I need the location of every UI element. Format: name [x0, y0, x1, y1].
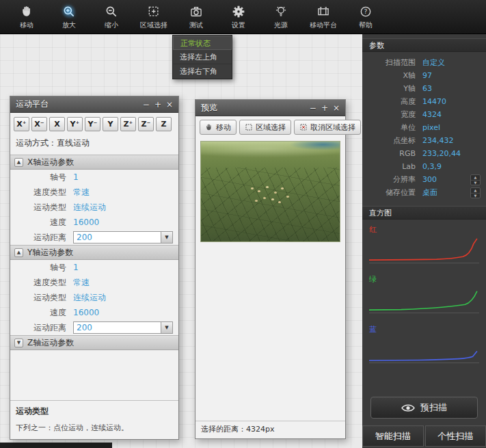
zoom-out-icon: [104, 4, 119, 19]
axis-x-minus-button[interactable]: X⁻: [31, 117, 47, 131]
param-row: 速度 16000: [10, 215, 178, 230]
maximize-button[interactable]: +: [321, 104, 328, 112]
motion-window-footer: 运动类型 下列之一：点位运动，连续运动。: [10, 400, 178, 439]
axis-x-button[interactable]: X: [49, 117, 65, 131]
collapse-icon[interactable]: ▲: [14, 248, 23, 257]
param-value[interactable]: 自定义: [422, 57, 481, 68]
stepper-down-icon[interactable]: ▼: [471, 194, 480, 198]
preview-cancel-region-button[interactable]: 取消区域选择: [294, 120, 361, 135]
menu-item-select-bottom-right[interactable]: 选择右下角: [173, 64, 232, 79]
bottom-scrollbar[interactable]: [0, 443, 112, 448]
toolbar-move-button[interactable]: 移动: [11, 4, 42, 30]
param-row-height: 高度 14470: [362, 95, 486, 108]
y-distance-dropdown[interactable]: 200 ▼: [73, 321, 173, 334]
histogram-blue-label: 蓝: [369, 324, 479, 334]
smart-scan-button[interactable]: 智能扫描: [362, 425, 424, 447]
stepper-down-icon[interactable]: ▼: [471, 181, 480, 185]
param-row: 速度类型 常速: [10, 275, 178, 290]
param-value: 233,20,44: [422, 149, 481, 158]
param-row-rgb: RGB 233,20,44: [362, 147, 486, 160]
histogram-blue-curve: [369, 351, 477, 360]
stepper-up-icon[interactable]: ▲: [471, 188, 480, 194]
param-row-x-axis: X轴 97: [362, 69, 486, 82]
maximize-button[interactable]: +: [154, 101, 161, 109]
row-label: 速度: [10, 217, 66, 228]
axis-z-minus-button[interactable]: Z⁻: [138, 117, 154, 131]
close-button[interactable]: ×: [333, 104, 340, 112]
resolution-stepper[interactable]: ▲ ▼: [470, 174, 481, 185]
toolbar-zoom-out-button[interactable]: 缩小: [96, 4, 127, 30]
preview-region-select-button[interactable]: 区域选择: [239, 120, 291, 135]
toolbar-region-select-button[interactable]: 区域选择: [138, 4, 170, 30]
row-label: 轴号: [10, 262, 66, 274]
histogram-blue-channel: 蓝: [369, 324, 479, 363]
param-label: 宽度: [362, 109, 416, 120]
toolbar-light-button[interactable]: 光源: [265, 4, 297, 30]
toolbar-help-button[interactable]: ? 帮助: [350, 4, 381, 30]
param-value[interactable]: 14470: [422, 97, 481, 106]
toolbar-settings-button[interactable]: 设置: [223, 4, 254, 30]
menu-item-select-top-left[interactable]: 选择左上角: [173, 50, 232, 64]
param-row: 运动类型 连续运动: [10, 290, 178, 305]
prescan-button[interactable]: 预扫描: [370, 397, 478, 419]
minimize-button[interactable]: −: [310, 104, 316, 112]
stepper-up-icon[interactable]: ▲: [471, 175, 480, 181]
x-distance-dropdown[interactable]: 200 ▼: [73, 231, 173, 243]
toolbar-label: 区域选择: [140, 21, 167, 30]
motion-platform-window: 运动平台 − + × X⁺ X⁻ X Y⁺ Y⁻ Y Z⁺ Z⁻ Z 运动方式：…: [10, 96, 179, 440]
dropdown-arrow-icon[interactable]: ▼: [161, 232, 172, 243]
section-header-z-axis[interactable]: ▼ Z轴运动参数: [10, 335, 178, 350]
param-row-scan-range: 扫描范围 自定义: [362, 56, 486, 69]
axis-y-button[interactable]: Y: [103, 117, 118, 131]
preview-window-titlebar[interactable]: 预览 − + ×: [195, 100, 345, 116]
axis-y-plus-button[interactable]: Y⁺: [67, 117, 83, 131]
motion-window-titlebar[interactable]: 运动平台 − + ×: [10, 96, 178, 113]
param-label: 点坐标: [362, 135, 416, 146]
param-value[interactable]: pixel: [422, 123, 481, 132]
param-value[interactable]: 300: [422, 175, 470, 184]
preview-image-cracks: [201, 168, 340, 241]
axis-x-plus-button[interactable]: X⁺: [14, 117, 29, 131]
param-value[interactable]: 97: [422, 71, 481, 80]
row-value: 连续运动: [73, 202, 106, 213]
param-label: X轴: [362, 70, 416, 81]
scan-buttons-row: 智能扫描 个性扫描: [362, 425, 486, 447]
param-value: 234,432: [422, 136, 481, 145]
row-value: 16000: [73, 308, 99, 317]
section-header-y-axis[interactable]: ▲ Y轴运动参数: [10, 245, 178, 260]
param-value[interactable]: 4324: [422, 110, 481, 119]
param-value[interactable]: 桌面: [422, 187, 470, 198]
axis-y-minus-button[interactable]: Y⁻: [85, 117, 100, 131]
collapse-icon[interactable]: ▲: [14, 158, 23, 167]
camera-icon: [189, 4, 204, 19]
custom-scan-button[interactable]: 个性扫描: [425, 425, 486, 447]
expand-icon[interactable]: ▼: [14, 339, 23, 347]
histogram-header: 直方图: [362, 206, 486, 220]
preview-window: 预览 − + × 移动 区域选择: [195, 99, 346, 439]
param-row: 轴号 1: [10, 170, 178, 185]
close-button[interactable]: ×: [166, 101, 173, 109]
axis-z-button[interactable]: Z: [156, 117, 172, 131]
parameters-rows: 扫描范围 自定义 X轴 97 Y轴 63 高度 14470 宽度 4324 单位…: [362, 52, 486, 202]
dropdown-arrow-icon[interactable]: ▼: [161, 322, 172, 333]
param-value[interactable]: 63: [422, 84, 481, 93]
toolbar-platform-button[interactable]: 移动平台: [308, 4, 339, 30]
param-label: 单位: [362, 122, 416, 133]
menu-item-normal-state[interactable]: 正常状态: [173, 36, 232, 50]
param-row: 速度 16000: [10, 305, 178, 320]
minimize-button[interactable]: −: [143, 101, 150, 109]
preview-move-button[interactable]: 移动: [200, 120, 237, 135]
save-location-stepper[interactable]: ▲ ▼: [470, 187, 481, 198]
toolbar-test-button[interactable]: 测试: [180, 4, 212, 30]
row-label: 运动类型: [10, 292, 66, 304]
row-value: 连续运动: [73, 292, 106, 304]
section-header-x-axis[interactable]: ▲ X轴运动参数: [10, 155, 178, 170]
param-row-save-location: 储存位置 桌面 ▲ ▼: [362, 186, 486, 199]
toolbar-label: 缩小: [105, 21, 118, 30]
window-title: 预览: [201, 102, 217, 114]
toolbar-zoom-in-button[interactable]: 放大: [53, 4, 85, 30]
preview-image[interactable]: [200, 141, 340, 242]
param-row: 轴号 1: [10, 260, 178, 275]
row-label: 轴号: [10, 172, 66, 183]
axis-z-plus-button[interactable]: Z⁺: [120, 117, 136, 131]
